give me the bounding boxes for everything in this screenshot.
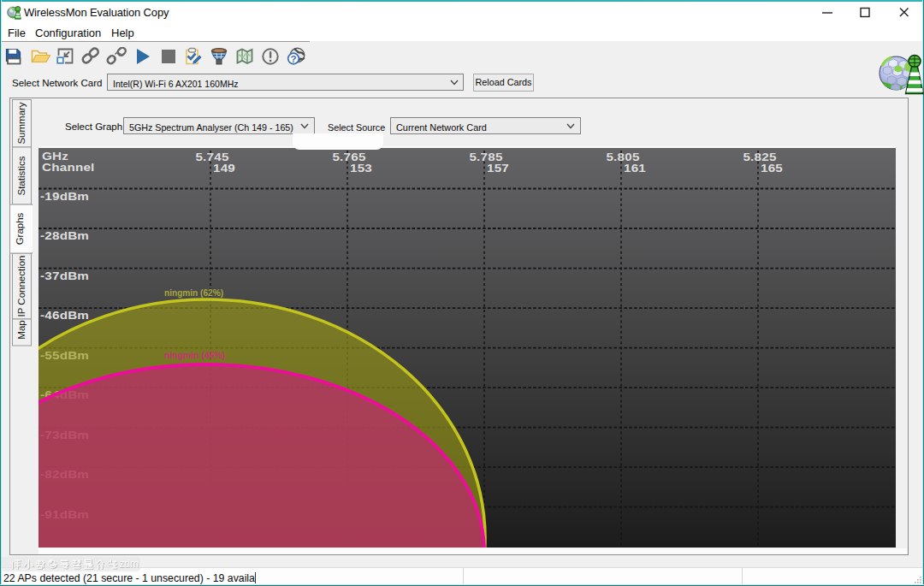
svg-text:?: ? <box>290 54 296 64</box>
svg-text:ningmin (62%): ningmin (62%) <box>164 287 223 298</box>
svg-text:-28dBm: -28dBm <box>40 229 89 242</box>
svg-text:ningmin (45%): ningmin (45%) <box>164 350 226 360</box>
svg-text:zdm: zdm <box>119 558 139 570</box>
svg-text:153: 153 <box>350 162 372 175</box>
svg-text:IP Connection: IP Connection <box>16 255 27 317</box>
svg-text:-19dBm: -19dBm <box>40 190 89 203</box>
svg-text:Statistics: Statistics <box>16 156 27 195</box>
svg-text:149: 149 <box>213 162 235 175</box>
svg-text:165: 165 <box>761 162 783 175</box>
svg-text:Channel: Channel <box>42 161 95 174</box>
svg-text:-37dBm: -37dBm <box>40 269 89 282</box>
svg-text:Summary: Summary <box>16 102 27 144</box>
svg-text:161: 161 <box>624 162 646 175</box>
svg-text:157: 157 <box>487 162 509 175</box>
svg-text:Map: Map <box>16 320 27 339</box>
svg-text:Graphs: Graphs <box>15 212 25 245</box>
svg-text:-46dBm: -46dBm <box>40 309 89 322</box>
